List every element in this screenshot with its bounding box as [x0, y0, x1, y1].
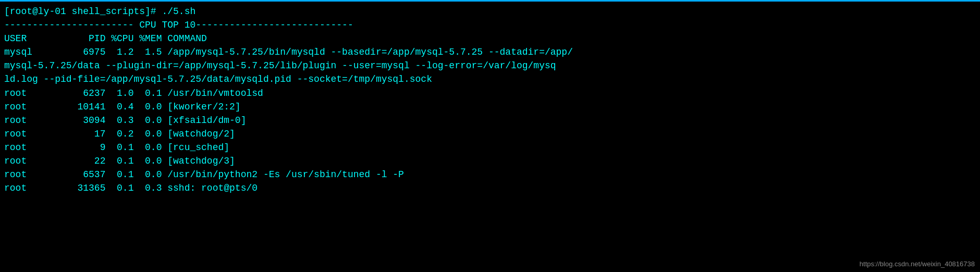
- terminal-line: root 6537 0.1 0.0 /usr/bin/python2 -Es /…: [4, 168, 976, 181]
- terminal-line: root 31365 0.1 0.3 sshd: root@pts/0: [4, 181, 976, 195]
- terminal-container: [root@ly-01 shell_scripts]# ./5.sh------…: [4, 5, 976, 195]
- terminal-line: root 3094 0.3 0.0 [xfsaild/dm-0]: [4, 114, 976, 127]
- terminal-line: USER PID %CPU %MEM COMMAND: [4, 32, 976, 45]
- terminal-line: [root@ly-01 shell_scripts]# ./5.sh: [4, 5, 976, 18]
- terminal-line: ----------------------- CPU TOP 10------…: [4, 18, 976, 32]
- watermark: https://blog.csdn.net/weixin_40816738: [860, 260, 975, 268]
- terminal-line: mysql 6975 1.2 1.5 /app/mysql-5.7.25/bin…: [4, 45, 976, 59]
- terminal-line: root 17 0.2 0.0 [watchdog/2]: [4, 127, 976, 141]
- terminal-line: root 6237 1.0 0.1 /usr/bin/vmtoolsd: [4, 86, 976, 100]
- terminal-line: ld.log --pid-file=/app/mysql-5.7.25/data…: [4, 72, 976, 86]
- terminal-line: root 9 0.1 0.0 [rcu_sched]: [4, 141, 976, 154]
- terminal-line: root 10141 0.4 0.0 [kworker/2:2]: [4, 100, 976, 114]
- terminal-line: mysql-5.7.25/data --plugin-dir=/app/mysq…: [4, 59, 976, 72]
- terminal-line: root 22 0.1 0.0 [watchdog/3]: [4, 154, 976, 168]
